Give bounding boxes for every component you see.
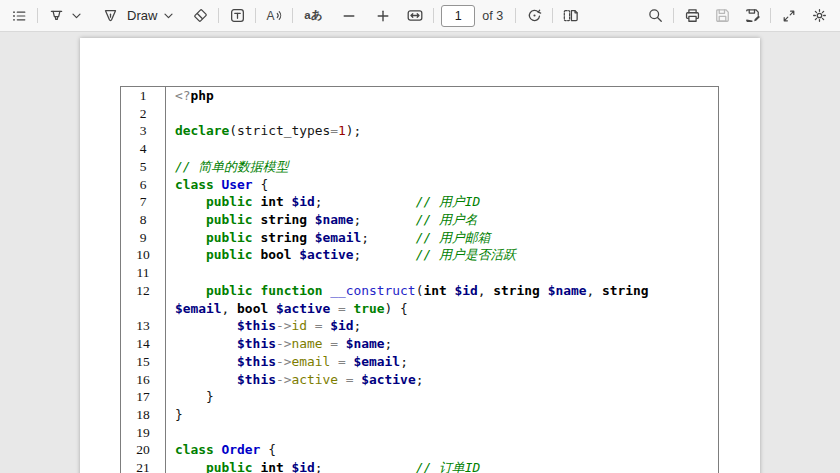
- line-code: public int $id; // 用户ID: [166, 193, 718, 211]
- code-line: 9 public string $email; // 用户邮箱: [121, 229, 718, 247]
- fit-width-icon: [406, 7, 424, 24]
- toolbar-divider: [218, 8, 219, 23]
- line-number: 3: [121, 122, 166, 140]
- code-line: 19: [121, 424, 718, 442]
- settings-icon: [811, 7, 828, 24]
- line-code: public int $id; // 订单ID: [166, 459, 718, 473]
- line-number: 14: [121, 335, 166, 353]
- line-number: 11: [121, 264, 166, 282]
- highlighter-icon: [48, 7, 65, 24]
- toolbar-divider: [552, 8, 553, 23]
- line-code: $this->active = $active;: [166, 371, 718, 389]
- line-code: }: [166, 388, 718, 406]
- code-line: 14 $this->name = $name;: [121, 335, 718, 353]
- zoom-in-icon: [375, 8, 391, 24]
- line-number: 5: [121, 158, 166, 176]
- zoom-out-icon: [341, 8, 357, 24]
- code-line: 7 public int $id; // 用户ID: [121, 193, 718, 211]
- page-view-icon: [562, 7, 580, 24]
- line-code: $this->email = $email;: [166, 353, 718, 371]
- line-number: 7: [121, 193, 166, 211]
- line-code: [166, 105, 718, 123]
- highlight-button[interactable]: [43, 3, 69, 29]
- toolbar-divider: [37, 8, 38, 23]
- line-number: 12: [121, 282, 166, 300]
- code-line: 12 public function __construct(int $id, …: [121, 282, 718, 300]
- settings-button[interactable]: [806, 3, 832, 29]
- draw-options-button[interactable]: [161, 3, 175, 29]
- line-code: public bool $active; // 用户是否活跃: [166, 246, 718, 264]
- code-line: 8 public string $name; // 用户名: [121, 211, 718, 229]
- code-line: 10 public bool $active; // 用户是否活跃: [121, 246, 718, 264]
- toolbar-divider: [292, 8, 293, 23]
- code-line: 2: [121, 105, 718, 123]
- search-button[interactable]: [642, 3, 668, 29]
- print-button[interactable]: [679, 3, 705, 29]
- line-code: [166, 140, 718, 158]
- toolbar-divider: [515, 8, 516, 23]
- chevron-down-icon: [72, 13, 81, 19]
- search-icon: [647, 7, 664, 24]
- toc-button[interactable]: [6, 3, 32, 29]
- line-code: }: [166, 406, 718, 424]
- line-code: [166, 264, 718, 282]
- line-number: 6: [121, 176, 166, 194]
- toolbar-right-group: [642, 3, 832, 29]
- line-code: [166, 424, 718, 442]
- line-code: public string $email; // 用户邮箱: [166, 229, 718, 247]
- code-line: 4: [121, 140, 718, 158]
- line-code: $email, bool $active = true) {: [166, 300, 718, 318]
- line-code: $this->id = $id;: [166, 317, 718, 335]
- pdf-page: 1<?php23declare(strict_types=1);45// 简单的…: [80, 38, 760, 473]
- code-table: 1<?php23declare(strict_types=1);45// 简单的…: [120, 86, 719, 473]
- fullscreen-icon: [781, 8, 797, 24]
- toolbar-divider: [673, 8, 674, 23]
- code-line: 6class User {: [121, 176, 718, 194]
- code-line: 18}: [121, 406, 718, 424]
- code-line: 11: [121, 264, 718, 282]
- line-number: 13: [121, 317, 166, 335]
- code-line: 17 }: [121, 388, 718, 406]
- rotate-icon: [526, 7, 543, 24]
- save-icon: [714, 7, 731, 24]
- line-number: 1: [121, 87, 166, 105]
- page-view-button[interactable]: [558, 3, 584, 29]
- read-aloud-button[interactable]: A: [261, 3, 287, 29]
- line-code: class Order {: [166, 441, 718, 459]
- pdf-toolbar: Draw A aあ: [0, 0, 840, 32]
- pdf-viewer-canvas[interactable]: 1<?php23declare(strict_types=1);45// 简单的…: [0, 33, 840, 473]
- draw-button[interactable]: [97, 3, 123, 29]
- line-number: 8: [121, 211, 166, 229]
- zoom-in-button[interactable]: [370, 3, 396, 29]
- code-line: $email, bool $active = true) {: [121, 300, 718, 318]
- line-code: <?php: [166, 87, 718, 105]
- line-code: declare(strict_types=1);: [166, 122, 718, 140]
- line-number: 17: [121, 388, 166, 406]
- code-line: 20class Order {: [121, 441, 718, 459]
- line-number: [121, 300, 166, 318]
- code-line: 16 $this->active = $active;: [121, 371, 718, 389]
- line-number: 9: [121, 229, 166, 247]
- erase-button[interactable]: [187, 3, 213, 29]
- rotate-button[interactable]: [521, 3, 547, 29]
- draw-label: Draw: [127, 8, 157, 23]
- line-code: $this->name = $name;: [166, 335, 718, 353]
- fit-width-button[interactable]: [402, 3, 428, 29]
- code-line: 5// 简单的数据模型: [121, 158, 718, 176]
- fullscreen-button[interactable]: [776, 3, 802, 29]
- toolbar-divider: [433, 8, 434, 23]
- read-aloud-icon: A: [265, 7, 283, 24]
- highlight-options-button[interactable]: [69, 3, 83, 29]
- save-as-button[interactable]: [739, 3, 765, 29]
- text-box-icon: [229, 7, 246, 24]
- translate-button[interactable]: aあ: [298, 3, 328, 29]
- print-icon: [684, 7, 701, 24]
- toolbar-divider: [255, 8, 256, 23]
- line-code: class User {: [166, 176, 718, 194]
- zoom-out-button[interactable]: [336, 3, 362, 29]
- eraser-icon: [192, 7, 209, 24]
- toolbar-divider: [770, 8, 771, 23]
- page-number-input[interactable]: [441, 5, 475, 27]
- save-button: [709, 3, 735, 29]
- add-text-button[interactable]: [224, 3, 250, 29]
